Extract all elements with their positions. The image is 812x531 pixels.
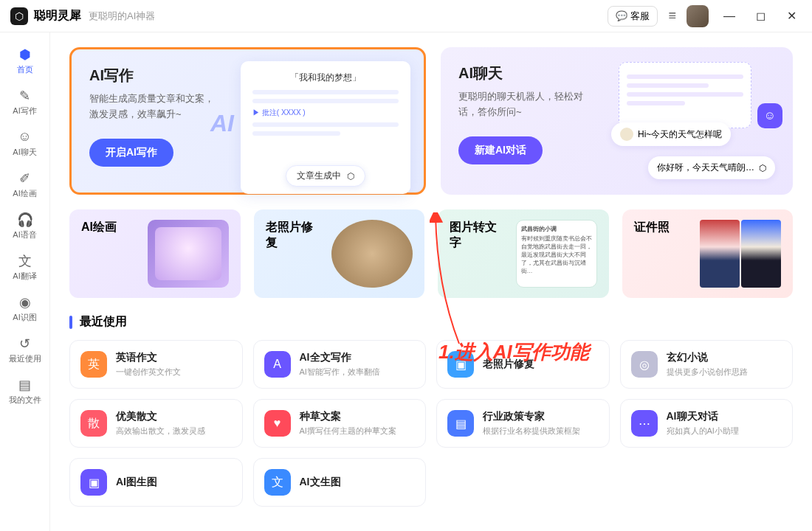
card-title: AI全文写作 — [300, 351, 380, 364]
user-mini-avatar-icon — [620, 128, 633, 141]
sidebar-icon: ▤ — [17, 377, 33, 393]
sidebar-label: 我的文件 — [9, 395, 41, 406]
support-label: 客服 — [630, 10, 650, 23]
sidebar-item-3[interactable]: ✐AI绘画 — [3, 165, 47, 204]
sidebar-icon: ✐ — [17, 170, 33, 187]
sidebar-item-5[interactable]: 文AI翻译 — [3, 248, 47, 286]
recent-card-9[interactable]: 文AI文生图 — [253, 458, 427, 507]
card-title: AI聊天对话 — [667, 410, 739, 423]
tile-id-photo[interactable]: 证件照 — [622, 209, 794, 298]
recent-card-3[interactable]: ◎玄幻小说提供更多小说创作思路 — [620, 340, 794, 389]
start-ai-writing-button[interactable]: 开启AI写作 — [89, 139, 173, 167]
recent-card-1[interactable]: AAI全文写作AI智能写作，效率翻倍 — [253, 340, 427, 389]
tile-title: 老照片修复 — [266, 220, 323, 288]
sidebar-label: AI绘画 — [13, 188, 36, 199]
chat-bubble-user: Hi~今天的天气怎样呢 — [611, 122, 731, 146]
card-icon: ◎ — [631, 351, 658, 378]
app-subtitle: 更聪明的AI神器 — [89, 10, 155, 23]
recent-card-4[interactable]: 散优美散文高效输出散文，激发灵感 — [69, 399, 243, 448]
sidebar-label: AI语音 — [13, 229, 36, 240]
menu-icon[interactable]: ≡ — [668, 8, 676, 24]
card-icon: ♥ — [264, 410, 291, 437]
user-avatar[interactable] — [687, 5, 709, 27]
hero-ai-chat[interactable]: AI聊天 更聪明的聊天机器人，轻松对话，答你所问~ 新建AI对话 ☺ Hi~今天… — [441, 47, 793, 195]
sidebar-icon: ☺ — [17, 129, 33, 145]
new-ai-chat-button[interactable]: 新建AI对话 — [458, 136, 543, 164]
doc-preview-title: 「我和我的梦想」 — [252, 72, 399, 84]
recent-card-0[interactable]: 英英语作文一键创作英文作文 — [69, 340, 243, 389]
hero-write-desc: 智能生成高质量文章和文案，激发灵感，效率飙升~ — [89, 91, 219, 122]
recent-card-6[interactable]: ▤行业政策专家根据行业名称提供政策框架 — [436, 399, 610, 448]
sidebar-item-1[interactable]: ✎AI写作 — [3, 83, 47, 121]
sidebar-item-8[interactable]: ▤我的文件 — [3, 372, 47, 410]
tile-title: 证件照 — [634, 220, 670, 288]
card-subtitle: 一键创作英文作文 — [116, 367, 181, 378]
sidebar-icon: ⬢ — [17, 46, 33, 63]
chat-icon: 💬 — [616, 10, 627, 21]
card-title: 英语作文 — [116, 351, 181, 364]
hex-icon: ⬡ — [759, 163, 766, 173]
recent-heading: 最近使用 — [69, 314, 793, 330]
recent-card-2[interactable]: ▣老照片修复 — [436, 340, 610, 389]
app-logo-icon: ⬡ — [10, 7, 28, 25]
recent-card-7[interactable]: ⋯AI聊天对话宛如真人的AI小助理 — [620, 399, 794, 448]
card-title: 老照片修复 — [483, 358, 534, 371]
sidebar-label: AI聊天 — [13, 147, 36, 158]
card-icon: 英 — [80, 351, 107, 378]
sidebar-label: AI翻译 — [13, 271, 36, 282]
card-icon: 散 — [80, 410, 107, 437]
sidebar-icon: ✎ — [17, 88, 33, 104]
sidebar-icon: 🎧 — [17, 212, 33, 228]
minimize-button[interactable]: — — [719, 10, 740, 23]
tile-photo-image — [331, 220, 413, 288]
card-title: 种草文案 — [300, 410, 396, 423]
sidebar-icon: ◉ — [17, 294, 33, 310]
card-icon: ▣ — [447, 351, 474, 378]
tile-ai-painting[interactable]: AI绘画 — [69, 209, 241, 298]
tile-id-image — [700, 220, 781, 288]
recent-card-5[interactable]: ♥种草文案AI撰写任何主题的种草文案 — [253, 399, 427, 448]
sidebar-item-2[interactable]: ☺AI聊天 — [3, 124, 47, 162]
sidebar-item-0[interactable]: ⬢首页 — [3, 41, 47, 80]
card-icon: ⋯ — [631, 410, 658, 437]
tile-doc-image: 武昌街的小调 有时候到重庆随卖书总会不自觉地跑武昌街去走一回，最近发现武昌街大大… — [516, 220, 597, 288]
card-subtitle: AI撰写任何主题的种草文案 — [300, 426, 396, 437]
support-button[interactable]: 💬 客服 — [608, 6, 658, 27]
card-subtitle: 宛如真人的AI小助理 — [667, 426, 739, 437]
card-title: AI文生图 — [300, 476, 341, 489]
sidebar-label: AI写作 — [13, 105, 36, 117]
sidebar-item-7[interactable]: ↺最近使用 — [3, 330, 47, 369]
card-title: 玄幻小说 — [667, 351, 748, 364]
recent-grid: 英英语作文一键创作英文作文AAI全文写作AI智能写作，效率翻倍▣老照片修复◎玄幻… — [69, 340, 793, 507]
card-subtitle: 高效输出散文，激发灵感 — [116, 426, 205, 437]
tile-painting-image — [148, 220, 229, 288]
sidebar-label: 最近使用 — [9, 353, 41, 364]
doc-annotation-label: ▶ 批注( XXXX ) — [252, 108, 399, 118]
accent-bar — [69, 316, 72, 329]
card-icon: ▤ — [447, 410, 474, 437]
close-button[interactable]: ✕ — [781, 9, 802, 23]
card-subtitle: 提供更多小说创作思路 — [667, 367, 748, 378]
tile-title: 图片转文字 — [450, 220, 507, 288]
sidebar-item-6[interactable]: ◉AI识图 — [3, 289, 47, 327]
doc-status-text: 文章生成中 — [297, 170, 341, 182]
chat-fab-icon: ☺ — [757, 103, 782, 128]
card-title: 行业政策专家 — [483, 410, 580, 423]
tile-ocr[interactable]: 图片转文字 武昌街的小调 有时候到重庆随卖书总会不自觉地跑武昌街去走一回，最近发… — [438, 209, 609, 298]
card-subtitle: AI智能写作，效率翻倍 — [300, 367, 380, 378]
titlebar: ⬡ 聪明灵犀 更聪明的AI神器 💬 客服 ≡ — ◻ ✕ — [0, 0, 812, 32]
sidebar-label: 首页 — [17, 64, 33, 75]
tile-photo-restore[interactable]: 老照片修复 — [254, 209, 425, 298]
hero-ai-writing[interactable]: AI写作 智能生成高质量文章和文案，激发灵感，效率飙升~ 开启AI写作 AI 「… — [69, 47, 426, 195]
hex-icon: ⬡ — [347, 171, 354, 181]
recent-card-8[interactable]: ▣AI图生图 — [69, 458, 243, 507]
maximize-button[interactable]: ◻ — [750, 9, 771, 23]
doc-preview: 「我和我的梦想」 ▶ 批注( XXXX ) 文章生成中 ⬡ — [241, 61, 410, 194]
chat-window-mock — [619, 62, 751, 128]
sidebar-item-4[interactable]: 🎧AI语音 — [3, 206, 47, 245]
hero-chat-desc: 更聪明的聊天机器人，轻松对话，答你所问~ — [458, 89, 588, 120]
sidebar: ⬢首页✎AI写作☺AI聊天✐AI绘画🎧AI语音文AI翻译◉AI识图↺最近使用▤我… — [0, 32, 50, 531]
tile-title: AI绘画 — [81, 220, 117, 288]
recent-title: 最近使用 — [80, 314, 127, 330]
card-title: AI图生图 — [116, 476, 157, 489]
